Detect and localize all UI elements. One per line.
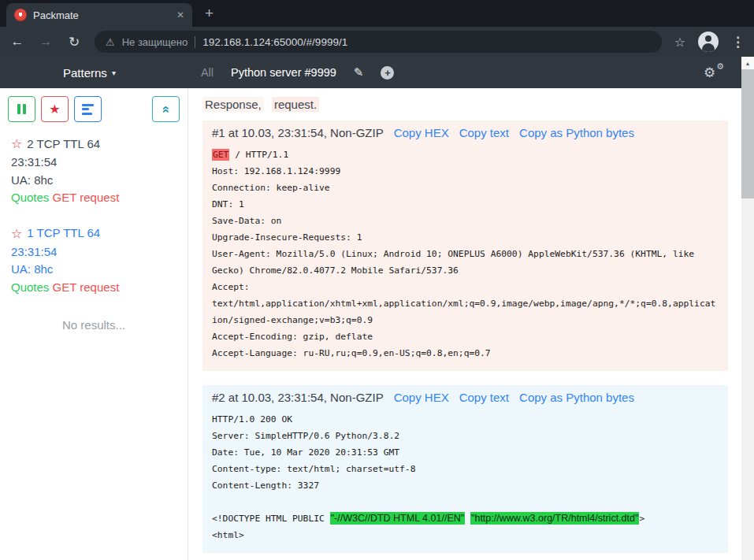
- close-tab-icon[interactable]: ✕: [176, 9, 184, 20]
- capture-sidebar: ★ « ☆ 2 TCP TTL 64: [0, 88, 188, 560]
- copy-python-bytes-link[interactable]: Copy as Python bytes: [519, 391, 634, 404]
- browser-toolbar: ← → ↻ ⚠ Не защищено 192.168.1.124:65000/…: [0, 27, 754, 57]
- star-filled-icon: ★: [49, 102, 60, 117]
- scroll-to-top-button[interactable]: «: [152, 96, 180, 122]
- packet-body-response: HTTP/1.0 200 OK Server: SimpleHTTP/0.6 P…: [212, 411, 719, 543]
- align-left-icon: [82, 104, 94, 115]
- tag-get-request: GET request: [53, 191, 120, 204]
- gear-icon: ⚙: [704, 65, 715, 80]
- copy-hex-link[interactable]: Copy HEX: [394, 391, 449, 404]
- packet-header: #1 at 10.03, 23:31:54, Non-GZIP: [212, 126, 384, 139]
- forward-icon[interactable]: →: [38, 34, 54, 50]
- packet-item-time: 23:31:54: [11, 243, 188, 261]
- sidebar-toolbar: ★ «: [8, 96, 188, 122]
- tab-python-server[interactable]: Python server #9999: [231, 66, 336, 79]
- matched-patterns-line: Response, request.: [202, 98, 729, 111]
- favorite-star-icon[interactable]: ☆: [11, 224, 22, 243]
- back-icon[interactable]: ←: [9, 34, 25, 50]
- packet-item-ua: UA: 8hc: [11, 261, 188, 279]
- tab-title: Packmate: [33, 9, 170, 21]
- favorites-filter-button[interactable]: ★: [41, 96, 69, 122]
- tag-quotes: Quotes: [11, 280, 49, 294]
- reload-icon[interactable]: ↻: [66, 34, 82, 50]
- packet-item-title: 2 TCP TTL 64: [27, 135, 100, 154]
- scrollbar-up-icon[interactable]: ▲: [741, 57, 754, 69]
- packet-item-tags: Quotes GET request: [11, 189, 188, 207]
- capture-list-item[interactable]: ☆ 2 TCP TTL 64 23:31:54 UA: 8hc Quotes G…: [11, 135, 188, 207]
- add-channel-icon[interactable]: +: [381, 66, 394, 80]
- tag-get-request: GET request: [53, 280, 120, 294]
- patterns-menu-label: Patterns: [63, 66, 107, 80]
- profile-avatar[interactable]: [698, 32, 719, 52]
- gear-small-icon: ⚙: [716, 61, 724, 72]
- scrollbar-thumb[interactable]: [741, 69, 754, 198]
- packet-card-response: #2 at 10.03, 23:31:54, Non-GZIP Copy HEX…: [202, 385, 728, 553]
- browser-menu-icon[interactable]: ⋮: [731, 34, 745, 50]
- pause-icon: [17, 104, 26, 114]
- copy-python-bytes-link[interactable]: Copy as Python bytes: [519, 126, 634, 139]
- browser-tab-strip: Packmate ✕ +: [0, 0, 754, 27]
- favorite-star-icon[interactable]: ☆: [11, 135, 22, 154]
- patterns-menu[interactable]: Patterns ▾: [63, 66, 116, 80]
- url-bar[interactable]: ⚠ Не защищено 192.168.1.124:65000/#/9999…: [95, 31, 662, 53]
- stream-view: Response, request. #1 at 10.03, 23:31:54…: [188, 88, 741, 560]
- url-text[interactable]: 192.168.1.124:65000/#/9999/1: [202, 36, 347, 48]
- packmate-favicon-icon: [14, 9, 27, 21]
- channel-tabs: All Python server #9999 ✎ +: [201, 65, 395, 80]
- tag-quotes: Quotes: [11, 191, 49, 204]
- bookmark-star-icon[interactable]: ☆: [674, 35, 685, 50]
- capture-list-item[interactable]: ☆ 1 TCP TTL 64 23:31:54 UA: 8hc Quotes G…: [11, 224, 188, 297]
- app-header: Patterns ▾ All Python server #9999 ✎ + ⚙…: [0, 57, 741, 88]
- copy-text-link[interactable]: Copy text: [459, 126, 509, 139]
- packet-item-ua: UA: 8hc: [11, 172, 188, 190]
- screen: Packmate ✕ + ← → ↻ ⚠ Не защищено 192.168…: [0, 0, 754, 560]
- packet-item-title: 1 TCP TTL 64: [27, 224, 100, 243]
- packet-body-request: GET / HTTP/1.1 Host: 192.168.1.124:9999 …: [212, 146, 719, 362]
- browser-tab[interactable]: Packmate ✕: [6, 3, 192, 27]
- no-results-label: No results...: [8, 318, 188, 332]
- page-scrollbar[interactable]: ▲: [741, 57, 754, 560]
- caret-down-icon: ▾: [112, 69, 116, 77]
- security-label: Не защищено: [122, 36, 188, 48]
- warning-icon[interactable]: ⚠: [106, 36, 115, 48]
- packet-item-tags: Quotes GET request: [11, 279, 188, 297]
- packet-header: #2 at 10.03, 23:31:54, Non-GZIP: [212, 391, 384, 404]
- url-separator: [195, 36, 195, 48]
- chevrons-up-icon: «: [158, 106, 174, 113]
- settings-gears-icon[interactable]: ⚙ ⚙: [704, 65, 722, 81]
- copy-text-link[interactable]: Copy text: [459, 391, 509, 404]
- tab-all[interactable]: All: [201, 66, 214, 79]
- packet-item-time: 23:31:54: [11, 154, 188, 172]
- copy-hex-link[interactable]: Copy HEX: [394, 126, 449, 139]
- packet-card-request: #1 at 10.03, 23:31:54, Non-GZIP Copy HEX…: [202, 121, 728, 371]
- new-tab-button[interactable]: +: [205, 5, 214, 22]
- edit-pencil-icon[interactable]: ✎: [354, 65, 364, 80]
- pause-button[interactable]: [8, 96, 35, 122]
- text-filter-button[interactable]: [74, 96, 102, 122]
